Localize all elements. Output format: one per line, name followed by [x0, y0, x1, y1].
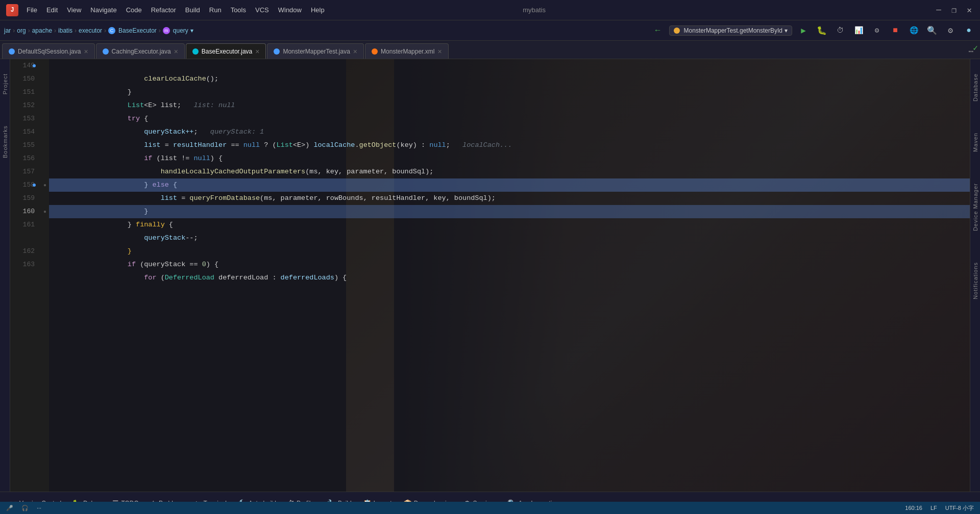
status-right: 160:16 LF UTF-8 小字 [905, 504, 974, 512]
tab-icon-monstermappertest [274, 48, 280, 55]
ln-162 [10, 232, 41, 245]
titlebar: J File Edit View Navigate Code Refactor … [0, 0, 980, 20]
status-more[interactable]: ··· [37, 505, 41, 511]
gu-13 [41, 218, 49, 232]
ln-159: 159 [10, 192, 41, 205]
tab-monstermapper-xml[interactable]: MonsterMapper.xml × [365, 43, 449, 59]
menu-run[interactable]: Run [209, 6, 222, 14]
right-tab-database-label[interactable]: Database [972, 69, 978, 106]
code-editor[interactable]: 149 150 151 152 153 154 155 156 157 158 … [10, 59, 970, 492]
run-config-label: MonsterMapperTest.getMonsterById [684, 27, 782, 34]
code-lines[interactable]: clearLocalCache(); } List<E> list; list:… [49, 59, 970, 492]
coverage-button[interactable]: ⏱ [833, 23, 847, 38]
run-config-chevron: ▾ [785, 27, 788, 34]
profile-button[interactable]: 📊 [851, 23, 866, 38]
right-tab-database[interactable]: Database [972, 59, 978, 118]
right-tab-notifications-label[interactable]: Notifications [972, 258, 978, 303]
menu-window[interactable]: Window [278, 6, 302, 14]
code-line-156: handleLocallyCachedOutputParameters(ms, … [49, 152, 970, 165]
config-icon [674, 28, 680, 34]
gu-15 [41, 245, 49, 258]
tab-monstermappertest[interactable]: MonsterMapperTest.java × [267, 43, 364, 59]
breadcrumb-baseexecutor[interactable]: BaseExecutor [118, 27, 157, 34]
tab-close-monstermapper-xml[interactable]: × [437, 48, 442, 55]
debug-button[interactable]: 🐛 [815, 23, 829, 38]
window-controls: — ❐ ✕ [934, 6, 974, 15]
maximize-button[interactable]: ❐ [949, 6, 959, 15]
right-tab-device-manager[interactable]: Device Manager [972, 169, 978, 248]
left-tab-bookmarks[interactable]: Bookmarks [2, 111, 8, 175]
stop-button[interactable]: ■ [888, 23, 902, 38]
tab-close-cachingexecutor[interactable]: × [174, 48, 178, 55]
menu-build[interactable]: Build [185, 6, 200, 14]
back-button[interactable]: ← [651, 23, 665, 38]
breadcrumb-ibatis[interactable]: ibatis [58, 27, 72, 34]
ln-163: 162 [10, 245, 41, 258]
code-line-152: try { [49, 99, 970, 112]
menu-refactor[interactable]: Refactor [151, 6, 176, 14]
tab-close-defaultsqlsession[interactable]: × [84, 48, 88, 55]
code-line-close: } [49, 232, 970, 245]
menu-vcs[interactable]: VCS [255, 6, 269, 14]
ln-154: 154 [10, 125, 41, 139]
assist-button[interactable]: ● [962, 23, 976, 38]
translate-button[interactable]: 🌐 [906, 23, 921, 38]
editor-tabs: DefaultSqlSession.java × CachingExecutor… [0, 41, 980, 59]
breadcrumb-chevron[interactable]: ▾ [190, 27, 193, 34]
right-tab-maven[interactable]: Maven [972, 118, 978, 169]
tab-icon-monstermapper-xml [372, 48, 378, 55]
code-line-161: queryStack--; [49, 218, 970, 232]
code-line-151: List<E> list; list: null [49, 86, 970, 99]
breadcrumb-org[interactable]: org [17, 27, 26, 34]
tab-label-cachingexecutor: CachingExecutor.java [112, 48, 171, 55]
tab-baseexecutor[interactable]: BaseExecutor.java × [186, 43, 266, 59]
right-panel-tabs: Database Maven Device Manager Notificati… [970, 59, 980, 492]
tab-close-monstermappertest[interactable]: × [353, 48, 357, 55]
query-icon: m [163, 27, 170, 34]
status-line-ending[interactable]: LF [930, 505, 937, 511]
code-line-153: queryStack++; queryStack: 1 [49, 112, 970, 125]
code-line-162: if (queryStack == 0) { [49, 245, 970, 258]
gu-4 [41, 99, 49, 112]
tab-label-monstermappertest: MonsterMapperTest.java [283, 48, 350, 55]
tab-close-baseexecutor[interactable]: × [255, 48, 259, 55]
editor-container: Project Bookmarks 149 150 151 152 153 15… [0, 59, 980, 492]
base-executor-icon: C [108, 27, 115, 34]
menu-file[interactable]: File [27, 6, 37, 14]
menu-edit[interactable]: Edit [46, 6, 58, 14]
settings-button[interactable]: ⚙ [943, 23, 958, 38]
run-button[interactable]: ▶ [796, 23, 811, 38]
code-area: 149 150 151 152 153 154 155 156 157 158 … [10, 59, 970, 492]
menu-view[interactable]: View [67, 6, 81, 14]
menu-tools[interactable]: Tools [231, 6, 246, 14]
menu-navigate[interactable]: Navigate [90, 6, 116, 14]
status-encoding[interactable]: UTF-8 小字 [945, 504, 974, 512]
menu-code[interactable]: Code [126, 6, 142, 14]
status-headset[interactable]: 🎧 [21, 505, 29, 511]
navbar: jar › org › apache › ibatis › executor ›… [0, 20, 980, 41]
status-position[interactable]: 160:16 [905, 505, 922, 511]
left-tab-project-label[interactable]: Project [2, 69, 8, 98]
settings-more[interactable]: ⚙ [870, 23, 884, 38]
breadcrumb-apache[interactable]: apache [32, 27, 52, 34]
breadcrumb-executor[interactable]: executor [79, 27, 102, 34]
right-tab-notifications[interactable]: Notifications [972, 248, 978, 316]
menu-help[interactable]: Help [311, 6, 325, 14]
ln-157: 157 [10, 165, 41, 178]
right-tab-device-manager-label[interactable]: Device Manager [972, 179, 978, 235]
tab-cachingexecutor[interactable]: CachingExecutor.java × [96, 43, 185, 59]
left-tab-bookmarks-label[interactable]: Bookmarks [2, 121, 8, 162]
minimize-button[interactable]: — [934, 6, 943, 15]
right-tab-maven-label[interactable]: Maven [972, 128, 978, 156]
code-line-158: list = queryFromDatabase(ms, parameter, … [49, 178, 970, 192]
tab-label-defaultsqlsession: DefaultSqlSession.java [18, 48, 81, 55]
run-config-selector[interactable]: MonsterMapperTest.getMonsterById ▾ [669, 25, 792, 36]
left-tab-project[interactable]: Project [2, 59, 8, 111]
tab-defaultsqlsession[interactable]: DefaultSqlSession.java × [2, 43, 95, 59]
breadcrumb-jar[interactable]: jar [4, 27, 11, 34]
search-button[interactable]: 🔍 [925, 23, 939, 38]
left-panel-tabs: Project Bookmarks [0, 59, 10, 492]
close-button[interactable]: ✕ [965, 6, 974, 15]
breadcrumb-query[interactable]: query [173, 27, 188, 34]
status-mic[interactable]: 🎤 [6, 505, 13, 511]
